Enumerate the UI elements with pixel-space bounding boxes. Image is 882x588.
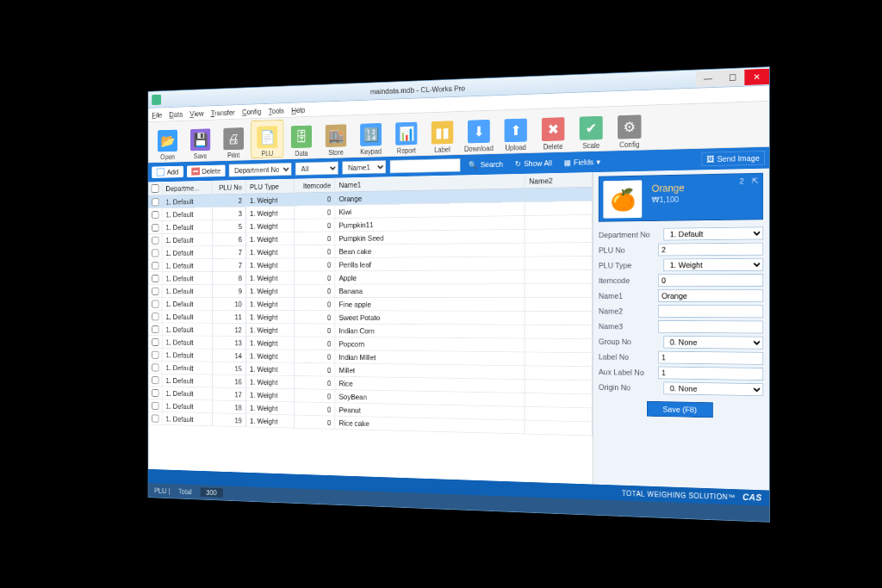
col-plu-type[interactable]: PLU Type xyxy=(246,178,295,193)
keypad-icon: 🔢 xyxy=(360,122,382,145)
card-plu-no: 2 xyxy=(739,176,743,185)
save-icon: 💾 xyxy=(190,128,210,151)
menu-view[interactable]: View xyxy=(189,108,203,117)
card-name: Orange xyxy=(652,182,685,194)
row-checkbox[interactable] xyxy=(152,249,158,257)
save-button[interactable]: Save (F8) xyxy=(647,400,713,417)
row-checkbox[interactable] xyxy=(152,198,158,206)
add-button[interactable]: Add xyxy=(152,165,183,177)
name-field-select[interactable]: Name1 xyxy=(342,160,386,175)
show-all-button[interactable]: ↻Show All xyxy=(511,157,556,170)
toolbar-keypad[interactable]: 🔢Keypad xyxy=(354,116,388,156)
toolbar-scale[interactable]: ✔Scale xyxy=(573,108,610,150)
row-checkbox[interactable] xyxy=(152,300,158,307)
table-row[interactable]: 1. Default91. Weight0Banana xyxy=(148,283,592,297)
field-group-no: Group No0. None xyxy=(599,333,763,350)
menu-help[interactable]: Help xyxy=(291,105,305,114)
menu-data[interactable]: Data xyxy=(169,109,183,117)
input-name3[interactable] xyxy=(658,320,763,333)
chevron-down-icon: ▾ xyxy=(596,157,600,166)
department-value-select[interactable]: All xyxy=(295,161,339,175)
search-button[interactable]: 🔍Search xyxy=(464,158,506,170)
list-icon: ▦ xyxy=(564,158,571,167)
input-plu-type[interactable]: 1. Weight xyxy=(663,257,763,270)
row-checkbox[interactable] xyxy=(152,401,158,409)
row-checkbox[interactable] xyxy=(152,337,158,345)
maximize-button[interactable]: ☐ xyxy=(720,69,744,85)
row-checkbox[interactable] xyxy=(152,210,158,218)
col-name2[interactable]: Name2 xyxy=(525,172,592,188)
row-checkbox[interactable] xyxy=(152,236,158,244)
row-checkbox[interactable] xyxy=(152,414,158,422)
send-image-button[interactable]: 🖼Send Image xyxy=(701,151,765,166)
app-window: maindata.mdb - CL-Works Pro — ☐ ✕ FileDa… xyxy=(148,66,770,523)
row-checkbox[interactable] xyxy=(152,223,158,231)
select-all-checkbox[interactable] xyxy=(152,184,159,193)
row-checkbox[interactable] xyxy=(152,325,158,332)
input-plu-no[interactable] xyxy=(658,242,763,256)
minimize-button[interactable]: — xyxy=(696,70,720,86)
field-label-no: Label No xyxy=(599,349,763,366)
detail-panel: 🍊 2 ⇱ Orange ₩1,100 Department No1. Defa… xyxy=(593,168,769,490)
search-icon: 🔍 xyxy=(469,160,478,169)
delete-button[interactable]: Delete xyxy=(187,164,226,177)
toolbar-upload[interactable]: ⬆Upload xyxy=(498,111,534,152)
col-itemcode[interactable]: Itemcode xyxy=(295,177,335,192)
row-checkbox[interactable] xyxy=(152,375,158,383)
row-checkbox[interactable] xyxy=(152,261,158,269)
toolbar-delete[interactable]: ✖Delete xyxy=(535,109,571,150)
menu-config[interactable]: Config xyxy=(242,107,261,115)
close-button[interactable]: ✕ xyxy=(744,68,769,84)
input-group-no[interactable]: 0. None xyxy=(663,335,763,349)
field-name1: Name1 xyxy=(599,288,763,303)
row-checkbox[interactable] xyxy=(152,388,158,396)
input-origin-no[interactable]: 0. None xyxy=(663,381,763,396)
product-thumb: 🍊 xyxy=(603,180,642,218)
department-select[interactable]: Department No xyxy=(229,162,292,176)
refresh-icon: ↻ xyxy=(515,158,521,167)
field-department-no: Department No1. Default xyxy=(599,225,763,242)
toolbar-config[interactable]: ⚙Config xyxy=(611,107,648,148)
toolbar-store[interactable]: 🏬Store xyxy=(320,117,353,157)
input-aux-label-no[interactable] xyxy=(658,366,763,380)
plu-grid: Departme... PLU No PLU Type Itemcode Nam… xyxy=(148,172,593,484)
row-checkbox[interactable] xyxy=(152,274,158,282)
input-label-no[interactable] xyxy=(658,350,763,364)
table-row[interactable]: 1. Default101. Weight0Fine apple xyxy=(148,297,592,311)
row-checkbox[interactable] xyxy=(152,287,158,294)
fields-button[interactable]: ▦Fields ▾ xyxy=(560,155,605,168)
input-name1[interactable] xyxy=(658,289,763,302)
input-itemcode[interactable] xyxy=(658,274,763,287)
table-row[interactable]: 1. Default81. Weight0Apple xyxy=(148,269,592,284)
toolbar-download[interactable]: ⬇Download xyxy=(461,112,496,152)
toolbar-data[interactable]: 🗄Data xyxy=(285,118,318,157)
expand-icon[interactable]: ⇱ xyxy=(752,176,759,185)
search-input[interactable] xyxy=(390,158,461,173)
field-plu-no: PLU No xyxy=(599,241,763,257)
toolbar-open[interactable]: 📂Open xyxy=(152,122,183,160)
toolbar-save[interactable]: 💾Save xyxy=(184,121,216,159)
row-checkbox[interactable] xyxy=(152,363,158,371)
input-name2[interactable] xyxy=(658,305,763,318)
data-icon: 🗄 xyxy=(291,125,312,148)
menu-tools[interactable]: Tools xyxy=(269,106,284,115)
toolbar-print[interactable]: 🖨Print xyxy=(218,121,250,159)
svg-rect-1 xyxy=(157,169,164,176)
menu-file[interactable]: File xyxy=(152,110,162,118)
field-plu-type: PLU Type1. Weight xyxy=(599,257,763,273)
col-department[interactable]: Departme... xyxy=(162,180,213,195)
menu-transfer[interactable]: Transfer xyxy=(211,108,235,116)
toolbar-plu[interactable]: 📄PLU xyxy=(251,120,283,158)
input-department-no[interactable]: 1. Default xyxy=(663,226,763,240)
row-checkbox[interactable] xyxy=(152,313,158,320)
col-plu-no[interactable]: PLU No xyxy=(213,179,246,194)
row-checkbox[interactable] xyxy=(152,350,158,358)
open-icon: 📂 xyxy=(158,129,177,152)
field-name2: Name2 xyxy=(599,303,763,319)
delete-icon: ✖ xyxy=(542,117,565,141)
toolbar-label[interactable]: ▮▮Label xyxy=(425,114,460,153)
toolbar-report[interactable]: 📊Report xyxy=(389,115,424,154)
field-itemcode: Itemcode xyxy=(599,272,763,288)
brand-logo: CAS xyxy=(742,492,762,502)
table-row[interactable]: 1. Default71. Weight0Perilla leaf xyxy=(148,256,592,271)
